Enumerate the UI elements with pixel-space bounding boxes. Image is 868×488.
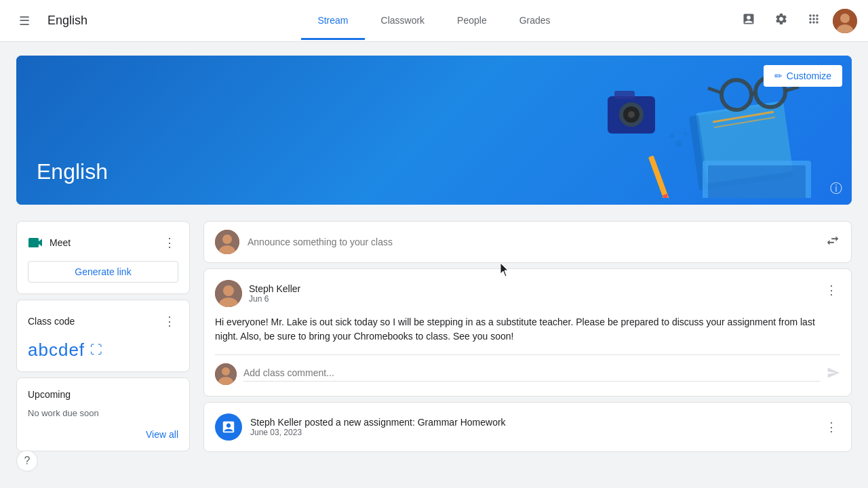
generate-link-button[interactable]: Generate link — [28, 261, 178, 283]
svg-point-16 — [628, 111, 635, 118]
post-menu-button[interactable]: ⋮ — [823, 280, 840, 300]
assignment-title: Steph Keller posted a new assignment: Gr… — [250, 417, 506, 428]
post-header: Steph Keller Jun 6 ⋮ — [215, 280, 840, 307]
content-grid: Meet ⋮ Generate link Class code ⋮ abcdef… — [16, 221, 852, 452]
svg-point-22 — [675, 140, 682, 147]
class-code-card: Class code ⋮ abcdef ⛶ — [16, 300, 190, 372]
hamburger-icon: ☰ — [19, 14, 30, 28]
class-code-menu-button[interactable]: ⋮ — [161, 311, 178, 331]
send-icon[interactable] — [827, 366, 840, 383]
gradebook-icon-button[interactable] — [735, 7, 762, 35]
comment-input[interactable] — [243, 367, 820, 382]
announce-avatar — [215, 230, 239, 254]
svg-point-32 — [222, 367, 230, 375]
gradebook-icon — [742, 12, 755, 29]
svg-line-11 — [708, 88, 722, 93]
assignment-date: June 03, 2023 — [250, 428, 506, 437]
sidebar: Meet ⋮ Generate link Class code ⋮ abcdef… — [16, 221, 190, 452]
svg-point-23 — [684, 131, 688, 136]
header: ☰ English Stream Classwork People Grades — [0, 0, 868, 42]
app-title: English — [47, 14, 87, 28]
banner-info-icon[interactable]: ⓘ — [830, 180, 842, 197]
post-date: Jun 6 — [249, 294, 300, 304]
customize-pencil-icon: ✏ — [774, 70, 783, 81]
class-code-value: abcdef ⛶ — [28, 340, 178, 361]
assignment-card-0[interactable]: Steph Keller posted a new assignment: Gr… — [203, 402, 852, 452]
svg-point-8 — [722, 80, 751, 110]
assignment-header: Steph Keller posted a new assignment: Gr… — [215, 413, 840, 441]
svg-point-24 — [669, 133, 675, 138]
svg-point-26 — [222, 235, 232, 244]
svg-rect-21 — [708, 165, 806, 198]
svg-point-29 — [223, 285, 234, 296]
assignment-menu-button[interactable]: ⋮ — [823, 417, 840, 437]
post-body: Hi everyone! Mr. Lake is out sick today … — [215, 315, 840, 344]
comment-section — [215, 354, 840, 385]
main-content: English ✏ Customize ⓘ Meet — [0, 42, 868, 466]
post-card-0: Steph Keller Jun 6 ⋮ Hi everyone! Mr. La… — [203, 268, 852, 396]
user-avatar[interactable] — [833, 9, 857, 33]
tab-grades[interactable]: Grades — [503, 1, 567, 40]
hamburger-menu-button[interactable]: ☰ — [11, 7, 38, 35]
no-work-label: No work due soon — [28, 408, 178, 418]
svg-point-1 — [840, 14, 850, 23]
meet-menu-button[interactable]: ⋮ — [161, 232, 178, 253]
svg-rect-18 — [648, 155, 669, 198]
announce-input[interactable] — [248, 237, 817, 247]
assignment-details: Steph Keller posted a new assignment: Gr… — [250, 417, 506, 437]
help-icon: ? — [24, 455, 31, 466]
view-all-button[interactable]: View all — [146, 429, 178, 440]
post-author: Steph Keller Jun 6 — [215, 280, 300, 307]
header-left: ☰ English — [11, 7, 146, 35]
svg-line-10 — [751, 92, 755, 95]
meet-card: Meet ⋮ Generate link — [16, 221, 190, 294]
class-code-header: Class code ⋮ — [28, 311, 178, 331]
tab-stream[interactable]: Stream — [301, 1, 364, 40]
settings-icon — [774, 12, 788, 29]
apps-icon — [807, 12, 821, 29]
svg-line-12 — [785, 87, 799, 91]
upcoming-card: Upcoming No work due soon View all — [16, 378, 190, 451]
tab-people[interactable]: People — [441, 1, 503, 40]
post-author-avatar — [215, 280, 242, 307]
customize-button[interactable]: ✏ Customize — [764, 65, 842, 87]
class-code-label: Class code — [28, 316, 75, 327]
comment-avatar — [215, 363, 237, 385]
settings-icon-button[interactable] — [768, 7, 795, 35]
tab-classwork[interactable]: Classwork — [365, 1, 441, 40]
main-nav: Stream Classwork People Grades — [146, 1, 722, 40]
meet-card-header: Meet ⋮ — [28, 232, 178, 253]
post-author-info: Steph Keller Jun 6 — [249, 283, 300, 304]
announce-card[interactable] — [203, 221, 852, 263]
post-author-name: Steph Keller — [249, 283, 300, 294]
banner-class-title: English — [37, 159, 108, 184]
meet-card-title: Meet — [28, 235, 71, 251]
meet-icon — [28, 235, 44, 251]
assignment-icon — [215, 413, 242, 441]
assignment-info: Steph Keller posted a new assignment: Gr… — [215, 413, 506, 441]
expand-code-icon[interactable]: ⛶ — [90, 343, 103, 357]
share-icon[interactable] — [825, 233, 840, 251]
apps-icon-button[interactable] — [800, 7, 827, 35]
header-right — [722, 7, 857, 35]
class-banner: English ✏ Customize ⓘ — [16, 56, 852, 205]
upcoming-title: Upcoming — [28, 389, 178, 400]
stream-feed: Steph Keller Jun 6 ⋮ Hi everyone! Mr. La… — [203, 221, 852, 452]
svg-rect-17 — [614, 91, 635, 99]
